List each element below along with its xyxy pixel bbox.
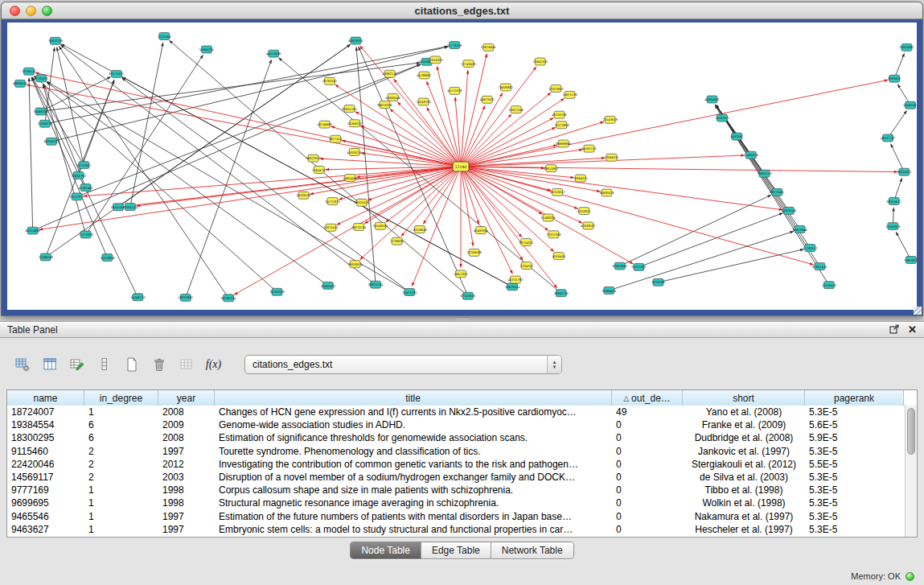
delete-table-button[interactable] xyxy=(148,354,170,376)
arrowhead-icon xyxy=(423,220,426,225)
graph-edge xyxy=(118,44,351,207)
graph-edge xyxy=(609,231,794,290)
table-row[interactable]: 946362711997Embryonic stem cells: a mode… xyxy=(7,523,905,536)
graph-node-label: 14975128 xyxy=(562,93,577,97)
network-canvas[interactable]: 7819514221006278377003016425489925958793… xyxy=(7,23,917,310)
traffic-lights xyxy=(10,6,52,16)
resize-grip[interactable] xyxy=(914,307,922,315)
cell-year: 1997 xyxy=(158,511,215,522)
zoom-window-button[interactable] xyxy=(42,6,52,16)
cell-title: Embryonic stem cells: a model to study s… xyxy=(215,524,612,535)
cell-title: Disruption of a novel member of a sodium… xyxy=(215,472,612,483)
column-header-out_degree[interactable]: △out_de… xyxy=(612,390,683,406)
table-row[interactable]: 1830029562008Estimation of significance … xyxy=(7,431,905,444)
cell-short: Jankovic et al. (1997) xyxy=(683,446,805,457)
graph-node-label: 15536453 xyxy=(822,284,836,287)
graph-node-label: 70964077 xyxy=(573,177,588,180)
graph-node-label: 63643640 xyxy=(613,265,628,268)
table-row[interactable]: 2242004622012Investigating the contribut… xyxy=(7,458,905,471)
graph-node-label: 2739630 xyxy=(391,240,405,243)
graph-node-label: 83653846 xyxy=(792,229,807,232)
table-row[interactable]: 969969511998Structural magnetic resonanc… xyxy=(7,496,905,509)
table-settings-button[interactable] xyxy=(11,354,33,376)
table-columns-icon xyxy=(42,356,58,373)
graph-node-label: 55366321 xyxy=(347,122,362,126)
cell-name: 18300295 xyxy=(7,432,84,443)
graph-node-label: 45788807 xyxy=(417,74,431,77)
cell-year: 2012 xyxy=(158,459,215,470)
table-row[interactable]: 1456911722003Disruption of a novel membe… xyxy=(7,471,905,484)
minimize-window-button[interactable] xyxy=(26,6,36,16)
arrowhead-icon xyxy=(412,282,414,286)
graph-node-label: 6203821 xyxy=(577,210,590,213)
graph-node-label: 80931183 xyxy=(342,108,356,111)
close-window-button[interactable] xyxy=(10,6,20,16)
arrowhead-icon xyxy=(901,53,904,57)
cell-short: Yano et al. (2008) xyxy=(683,406,805,418)
arrowhead-icon xyxy=(550,117,554,121)
cell-title: Genome-wide association studies in ADHD. xyxy=(215,419,612,431)
column-header-name[interactable]: name xyxy=(7,390,84,406)
column-header-year[interactable]: year xyxy=(158,390,215,406)
column-header-short[interactable]: short xyxy=(683,390,805,406)
cell-out_degree: 0 xyxy=(612,432,683,443)
column-header-pagerank[interactable]: pagerank xyxy=(805,390,904,406)
column-header-label: out_de… xyxy=(631,393,671,404)
edit-table-button[interactable] xyxy=(66,354,88,376)
graph-node-label: 75586538 xyxy=(39,256,54,259)
cell-year: 1998 xyxy=(158,497,215,509)
tab-network-table[interactable]: Network Table xyxy=(491,542,573,558)
graph-node-label: 21006278 xyxy=(38,122,53,126)
table-row[interactable]: 1872400712008Changes of HCN gene express… xyxy=(7,406,905,418)
graph-node-label: 64191110 xyxy=(581,147,597,150)
window-titlebar[interactable]: citations_edges.txt xyxy=(2,2,922,19)
graph-edge xyxy=(77,64,421,197)
close-panel-icon[interactable]: ✕ xyxy=(908,324,917,335)
cell-pagerank: 5.3E-5 xyxy=(805,484,904,496)
vertical-scrollbar[interactable] xyxy=(905,406,917,537)
graph-node-label: 39270705 xyxy=(351,226,366,229)
graph-node-label: 41172026 xyxy=(447,89,462,93)
graph-node-label: 24772873 xyxy=(325,200,339,204)
table-select[interactable]: citations_edges.txt ▲▼ xyxy=(244,355,562,374)
graph-node-label: 33084630 xyxy=(602,290,617,293)
graph-node-label: 22740438 xyxy=(461,63,476,66)
float-panel-icon[interactable] xyxy=(889,323,900,337)
column-header-label: pagerank xyxy=(834,393,874,404)
table-row[interactable]: 1938455462009Genome-wide association stu… xyxy=(7,418,905,431)
cell-out_degree: 0 xyxy=(612,446,683,457)
table-row[interactable]: 946554611997Estimation of the future num… xyxy=(7,510,905,523)
tab-node-table[interactable]: Node Table xyxy=(351,542,421,558)
function-builder-button[interactable]: f(x) xyxy=(203,354,224,376)
splitter-handle-icon xyxy=(454,317,470,320)
cell-in_degree: 2 xyxy=(84,446,158,457)
desktop: citations_edges.txt 78195142210062783770… xyxy=(0,0,924,585)
arrowhead-icon xyxy=(483,105,485,109)
arrowhead-icon xyxy=(892,208,895,212)
cell-out_degree: 0 xyxy=(612,497,683,509)
graph-node-label: 37700012 xyxy=(803,247,817,250)
window-title: citations_edges.txt xyxy=(415,5,510,17)
table-row[interactable]: 911546021997Tourette syndrome. Phenomeno… xyxy=(7,445,905,458)
graph-node-label: 89998860 xyxy=(556,142,571,146)
graph-node-label: 74638802 xyxy=(499,86,513,89)
new-table-button[interactable] xyxy=(121,354,142,376)
graph-node-label: 76612827 xyxy=(454,273,468,276)
memory-status: Memory: OK xyxy=(851,571,901,581)
column-visibility-button[interactable] xyxy=(39,354,60,376)
cell-in_degree: 1 xyxy=(84,524,158,535)
graph-node-label: 88175321 xyxy=(109,72,124,76)
tab-edge-table[interactable]: Edge Table xyxy=(421,542,491,558)
graph-node-label: 43493395 xyxy=(474,229,488,233)
graph-node-label: 22002524 xyxy=(123,206,138,209)
arrowhead-icon xyxy=(790,231,794,233)
table-row[interactable]: 977716911998Corpus callosum shape and si… xyxy=(7,484,905,496)
graph-edge xyxy=(461,167,548,231)
column-header-title[interactable]: title xyxy=(215,390,612,406)
column-header-in_degree[interactable]: in_degree xyxy=(84,390,158,406)
graph-node-label: 26025473 xyxy=(355,201,369,204)
graph-node-label: 27075432 xyxy=(323,226,338,229)
scrollbar-thumb[interactable] xyxy=(907,408,915,455)
row-selection-button[interactable] xyxy=(93,354,115,376)
import-table-button[interactable] xyxy=(175,354,197,376)
